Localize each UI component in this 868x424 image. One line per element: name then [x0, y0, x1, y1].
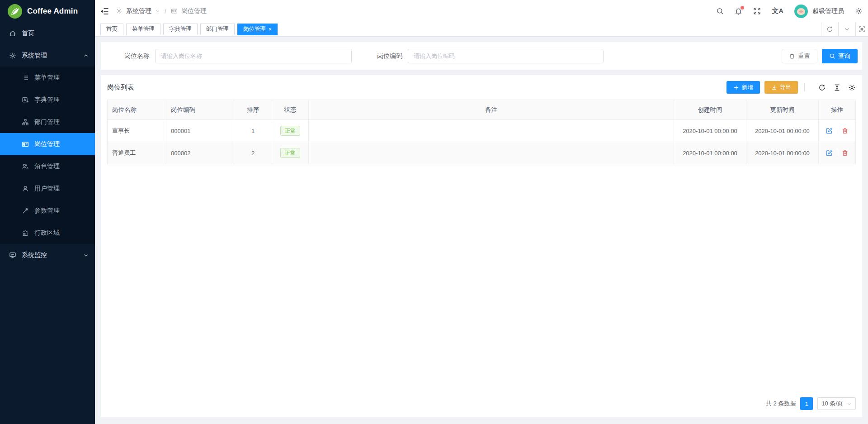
- cell-created: 2020-10-01 00:00:00: [674, 120, 746, 142]
- row-density-icon[interactable]: [833, 84, 841, 91]
- tab-dept-mgmt[interactable]: 部门管理: [200, 24, 235, 35]
- sidebar-item-dict-mgmt[interactable]: 字典管理: [0, 89, 95, 111]
- notification-bell-icon[interactable]: [735, 7, 742, 15]
- sidebar-item-home[interactable]: 首页: [0, 22, 95, 44]
- sidebar-submenu-system: 菜单管理 字典管理 部门管理 岗位管理 角色管理: [0, 67, 95, 244]
- user-menu[interactable]: 超级管理员: [794, 5, 844, 18]
- list-icon: [22, 74, 29, 81]
- sidebar-item-label: 行政区域: [34, 229, 60, 237]
- query-label: 查询: [838, 52, 850, 60]
- refresh-icon[interactable]: [818, 84, 826, 91]
- tabs-dropdown-chevron-icon[interactable]: [838, 22, 855, 37]
- col-header-sort: 排序: [234, 100, 272, 120]
- post-table: 岗位名称 岗位编码 排序 状态 备注 创建时间 更新时间 操作 董事长 0000…: [107, 100, 856, 164]
- query-button[interactable]: 查询: [822, 49, 858, 63]
- settings-gear-icon[interactable]: [855, 7, 863, 15]
- gear-icon: [116, 8, 123, 14]
- col-header-ops: 操作: [819, 100, 856, 120]
- cell-sort: 1: [234, 120, 272, 142]
- breadcrumb-level1[interactable]: 系统管理: [126, 7, 151, 15]
- col-header-created: 创建时间: [674, 100, 746, 120]
- export-label: 导出: [780, 84, 791, 91]
- sidebar-fold-icon[interactable]: [100, 7, 109, 16]
- sidebar-item-label: 字典管理: [34, 96, 60, 104]
- tab-home[interactable]: 首页: [100, 24, 123, 35]
- sidebar-item-post-mgmt[interactable]: 岗位管理: [0, 133, 95, 155]
- chevron-down-icon[interactable]: [155, 9, 160, 14]
- sidebar-item-monitor[interactable]: 系统监控: [0, 244, 95, 266]
- search-icon[interactable]: [716, 7, 724, 15]
- tab-menu-mgmt[interactable]: 菜单管理: [126, 24, 160, 35]
- cell-post-code: 000001: [166, 120, 234, 142]
- col-header-updated: 更新时间: [746, 100, 819, 120]
- sidebar: Coffee Admin 首页 系统管理 菜单管理 字典管理: [0, 0, 95, 424]
- search-panel: 岗位名称 岗位编码 重置 查询: [101, 42, 862, 70]
- page-size-select[interactable]: 10 条/页: [817, 397, 856, 410]
- sidebar-item-menu-mgmt[interactable]: 菜单管理: [0, 67, 95, 89]
- sidebar-item-label: 岗位管理: [34, 140, 60, 148]
- tabs-bar: 首页 菜单管理 字典管理 部门管理 岗位管理 ×: [95, 22, 868, 37]
- avatar: [794, 5, 808, 18]
- navbar: 系统管理 / 岗位管理 文A: [95, 0, 868, 22]
- search-icon: [829, 53, 835, 59]
- tab-post-mgmt[interactable]: 岗位管理 ×: [237, 24, 278, 35]
- breadcrumb: 系统管理 / 岗位管理: [116, 7, 207, 15]
- sidebar-item-dept-mgmt[interactable]: 部门管理: [0, 111, 95, 133]
- monitor-icon: [9, 252, 16, 259]
- breadcrumb-level2: 岗位管理: [181, 7, 207, 15]
- edit-icon[interactable]: [826, 127, 833, 134]
- edit-icon[interactable]: [826, 149, 833, 157]
- column-settings-gear-icon[interactable]: [848, 84, 856, 91]
- tab-label: 菜单管理: [132, 25, 155, 33]
- badge-icon: [171, 8, 178, 14]
- page-number-button[interactable]: 1: [800, 397, 813, 410]
- cell-updated: 2020-10-01 00:00:00: [746, 142, 819, 164]
- badge-icon: [22, 141, 29, 148]
- cell-created: 2020-10-01 00:00:00: [674, 142, 746, 164]
- sidebar-item-region[interactable]: 行政区域: [0, 222, 95, 244]
- add-button[interactable]: 新增: [726, 81, 760, 94]
- tabs-refresh-icon[interactable]: [821, 22, 838, 37]
- sidebar-item-param-mgmt[interactable]: 参数管理: [0, 200, 95, 222]
- content: 岗位名称 岗位编码 重置 查询: [95, 37, 868, 424]
- content-fullscreen-icon[interactable]: [855, 22, 868, 37]
- reset-button[interactable]: 重置: [782, 49, 817, 63]
- tab-label: 岗位管理: [243, 25, 266, 33]
- cell-sort: 2: [234, 142, 272, 164]
- page-size-value: 10 条/页: [821, 400, 843, 408]
- roles-icon: [22, 163, 29, 170]
- breadcrumb-separator: /: [165, 8, 166, 15]
- tab-dict-mgmt[interactable]: 字典管理: [163, 24, 198, 35]
- tab-label: 首页: [106, 25, 118, 33]
- fullscreen-icon[interactable]: [753, 7, 761, 15]
- app-title: Coffee Admin: [27, 7, 78, 16]
- translate-icon[interactable]: 文A: [772, 7, 783, 15]
- pagination: 共 2 条数据 1 10 条/页: [766, 397, 856, 410]
- divider: [804, 83, 805, 91]
- post-code-input[interactable]: [408, 49, 604, 63]
- tab-close-icon[interactable]: ×: [269, 27, 272, 32]
- sidebar-item-label: 系统管理: [22, 52, 47, 60]
- pagination-total: 共 2 条数据: [766, 400, 796, 408]
- notification-dot: [741, 6, 744, 10]
- divider: [837, 128, 837, 134]
- sidebar-item-user-mgmt[interactable]: 用户管理: [0, 177, 95, 200]
- trash-icon: [789, 53, 795, 59]
- home-icon: [9, 30, 16, 37]
- post-name-input[interactable]: [155, 49, 352, 63]
- cell-updated: 2020-10-01 00:00:00: [746, 120, 819, 142]
- chevron-up-icon: [83, 53, 89, 58]
- cell-status: 正常: [272, 120, 309, 142]
- sidebar-item-label: 部门管理: [34, 118, 60, 126]
- delete-icon[interactable]: [841, 127, 849, 134]
- sidebar-item-system[interactable]: 系统管理: [0, 44, 95, 67]
- plus-icon: [733, 85, 739, 91]
- status-badge: 正常: [280, 126, 300, 136]
- export-button[interactable]: 导出: [764, 81, 798, 94]
- sidebar-item-label: 参数管理: [34, 207, 60, 215]
- delete-icon[interactable]: [841, 149, 849, 157]
- sidebar-item-label: 角色管理: [34, 162, 60, 171]
- sidebar-item-label: 用户管理: [34, 185, 60, 193]
- sidebar-item-role-mgmt[interactable]: 角色管理: [0, 155, 95, 177]
- status-badge: 正常: [280, 148, 300, 158]
